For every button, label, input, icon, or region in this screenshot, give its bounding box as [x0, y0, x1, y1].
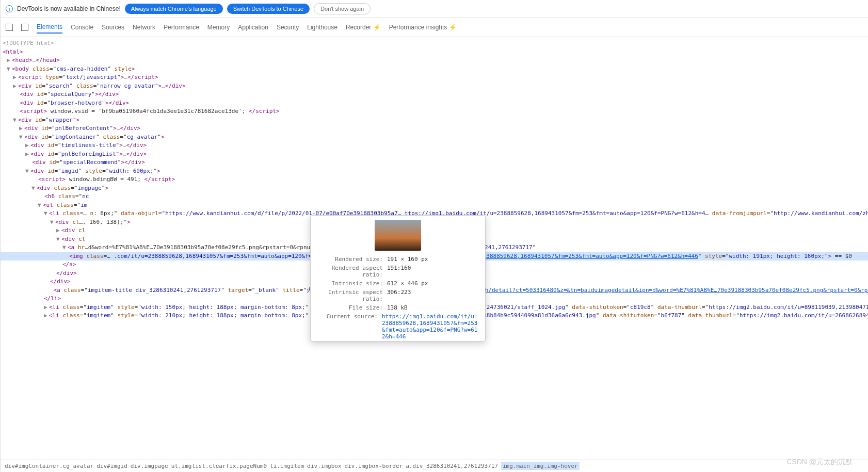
tab-sources[interactable]: Sources — [102, 22, 124, 33]
dom-node[interactable]: <!DOCTYPE html> — [1, 39, 868, 48]
dom-node[interactable]: ▼<ul class="im — [1, 201, 868, 210]
dom-node[interactable]: ▼<div id="wrapper"> — [1, 116, 868, 125]
dom-node[interactable]: ▶<div id="pnlBeforeContent">…</div> — [1, 124, 868, 133]
tab-console[interactable]: Console — [71, 22, 93, 33]
tab-elements[interactable]: Elements — [37, 21, 62, 34]
notice-text: DevTools is now available in Chinese! — [17, 5, 121, 12]
dom-node[interactable]: <div id="specialRecommend"></div> — [1, 158, 868, 167]
devtools-tabs: Elements Console Sources Network Perform… — [1, 18, 868, 37]
dom-node[interactable]: <script> window.vsid = 'bf9ba051960a4fcb… — [1, 107, 868, 116]
devtools-notice: i DevTools is now available in Chinese! … — [1, 0, 868, 18]
dom-node[interactable]: <script> window.bdimgBW = 491; </script> — [1, 175, 868, 184]
dom-node[interactable]: <div id="specialQuery"></div> — [1, 90, 868, 99]
watermark: CSDN @元太的沉默 — [786, 458, 853, 467]
dom-node[interactable]: <h6 class="nc — [1, 192, 868, 201]
dom-node[interactable]: ▶<div id="pnlBeforeImgList">…</div> — [1, 150, 868, 159]
breadcrumb-item[interactable]: div.imgpage — [131, 463, 168, 469]
tab-application[interactable]: Application — [238, 22, 268, 33]
dom-node[interactable]: ▶<div id="timeliness-title">…</div> — [1, 141, 868, 150]
breadcrumb-item[interactable]: img.main_img.img-hover — [501, 462, 580, 470]
breadcrumb-item[interactable]: ul.imglist.clearfix.pageNum0 — [171, 463, 267, 469]
devtools-panel: i DevTools is now available in Chinese! … — [0, 0, 868, 472]
dom-node[interactable]: ▶<head>…</head> — [1, 56, 868, 65]
tab-performance[interactable]: Performance — [164, 22, 199, 33]
tab-recorder[interactable]: Recorder ⚡ — [346, 22, 381, 33]
dom-node[interactable]: ▶<script type="text/javascript">…</scrip… — [1, 73, 868, 82]
dom-node[interactable]: ▼<div id="imgid" style="width: 600px;"> — [1, 167, 868, 176]
tab-security[interactable]: Security — [277, 22, 299, 33]
tab-network[interactable]: Network — [133, 22, 155, 33]
tab-memory[interactable]: Memory — [207, 22, 230, 33]
breadcrumb-item[interactable]: div#imgContainer.cg_avatar — [5, 463, 93, 469]
breadcrumb-item[interactable]: div.imgbox-border — [345, 463, 403, 469]
breadcrumb-item[interactable]: li.imgitem — [270, 463, 304, 469]
image-hover-tooltip: Rendered size:191 × 160 px Rendered aspe… — [310, 215, 486, 341]
match-lang-button[interactable]: Always match Chrome's language — [125, 4, 223, 14]
breadcrumb-item[interactable]: div#imgid — [97, 463, 127, 469]
dom-node[interactable]: ▶<div id="search" class="narrow cg_avata… — [1, 82, 868, 91]
breadcrumb-item[interactable]: a.div_3286310241,2761293717 — [406, 463, 498, 469]
dom-node[interactable]: ▼<div class="imgpage"> — [1, 184, 868, 193]
breadcrumb-item[interactable]: div.imgbox — [307, 463, 341, 469]
dom-breadcrumb[interactable]: div#imgContainer.cg_avatardiv#imgiddiv.i… — [1, 460, 868, 472]
dom-node[interactable]: ▼<body class="cms-area-hidden" style> — [1, 65, 868, 74]
tab-lighthouse[interactable]: Lighthouse — [307, 22, 337, 33]
dom-node[interactable]: <div id="browser-hotword"></div> — [1, 99, 868, 108]
tab-perf-insights[interactable]: Performance insights ⚡ — [389, 22, 457, 33]
device-icon[interactable] — [21, 24, 28, 31]
inspect-icon[interactable] — [6, 24, 13, 31]
dom-node[interactable]: ▼<div id="imgContainer" class="cg_avatar… — [1, 133, 868, 142]
info-icon: i — [6, 5, 13, 12]
dont-show-button[interactable]: Don't show again — [314, 3, 371, 14]
dom-node[interactable]: <html> — [1, 48, 868, 57]
tooltip-preview — [375, 220, 421, 251]
switch-lang-button[interactable]: Switch DevTools to Chinese — [227, 4, 310, 14]
